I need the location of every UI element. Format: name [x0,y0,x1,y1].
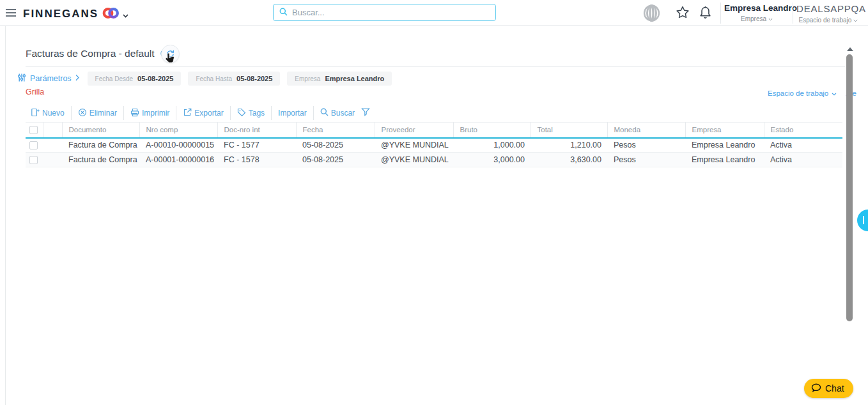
search-input[interactable] [292,8,477,17]
cell-total: 1,210.00 [531,138,607,153]
cell-fecha: 05-08-2025 [296,138,375,153]
cell-doc-nro-int: FC - 1577 [217,138,296,153]
divider [176,106,176,120]
chat-button[interactable]: Chat [804,379,853,398]
column-header-nro-comp[interactable]: Nro comp [139,123,217,138]
expander-cell [43,138,62,153]
scrollbar-thumb[interactable] [846,54,853,321]
column-header-estado[interactable]: Estado [764,123,842,138]
column-header-total[interactable]: Total [531,123,607,138]
column-header-proveedor[interactable]: Proveedor [375,123,453,138]
column-header-empresa[interactable]: Empresa [685,123,764,138]
param-label: Fecha Desde [95,75,133,82]
param-value: 05-08-2025 [236,75,272,82]
workspace-role-label: Espacio de trabajo [799,17,852,24]
column-header-doc-nro-int[interactable]: Doc-nro int [217,123,296,138]
exportar-button[interactable]: Exportar [183,108,223,119]
imprimir-button[interactable]: Imprimir [130,108,169,119]
param-value: Empresa Leandro [325,75,384,82]
brand-menu[interactable]: FINNEGANS [23,5,128,22]
cell-empresa: Empresa Leandro [685,138,764,153]
divider [26,66,845,67]
column-header-moneda[interactable]: Moneda [607,123,685,138]
expander-column-header [43,123,62,138]
cell-documento: Factura de Compra [62,153,139,167]
column-header-bruto[interactable]: Bruto [453,123,531,138]
column-header-fecha[interactable]: Fecha [296,123,375,138]
cell-proveedor: @YVKE MUNDIAL [375,153,453,167]
chevron-down-icon [768,15,773,22]
chevron-down-icon [123,9,128,20]
cell-estado: Activa [764,138,842,153]
printer-icon [130,108,139,119]
workspace-selector[interactable]: DEALSAPPQA Espacio de trabajo [796,3,860,24]
panel-edge-divider [5,26,6,405]
infinity-logo-icon [102,6,120,22]
cell-moneda: Pesos [607,153,685,167]
cell-empresa: Empresa Leandro [685,153,764,167]
sliders-icon [18,73,26,84]
scrollbar-up-arrow[interactable] [847,47,853,51]
globe-icon[interactable] [642,4,661,24]
row-checkbox[interactable] [29,156,38,164]
favorites-star-icon[interactable] [676,6,690,22]
notifications-bell-icon[interactable] [699,6,711,22]
hamburger-menu-icon[interactable] [6,9,16,17]
page-title: Facturas de Compra - default [26,48,155,59]
view-label-grilla: Grilla [26,88,44,96]
company-name: Empresa Leandro [724,3,789,13]
param-value: 05-08-2025 [137,75,173,82]
table-header-row: Documento Nro comp Doc-nro int Fecha Pro… [26,123,842,138]
cell-doc-nro-int: FC - 1578 [217,153,296,167]
column-header-documento[interactable]: Documento [62,123,139,138]
nuevo-button[interactable]: Nuevo [31,108,65,119]
delete-circle-x-icon [78,108,87,119]
row-select-cell [26,153,43,167]
table-row[interactable]: Factura de Compra A-00010-00000015 FC - … [26,138,842,153]
row-checkbox[interactable] [29,141,38,149]
select-all-checkbox[interactable] [29,126,38,134]
row-select-cell [26,138,43,153]
cell-proveedor: @YVKE MUNDIAL [375,138,453,153]
button-label: Exportar [194,109,223,118]
company-role-label: Empresa [741,15,766,22]
parameters-link[interactable]: Parámetros [18,73,79,84]
chat-label: Chat [825,383,844,394]
param-chip-empresa[interactable]: Empresa Empresa Leandro [287,72,392,86]
company-selector[interactable]: Empresa Leandro Empresa [724,3,789,22]
workspace-name: DEALSAPPQA [796,3,860,14]
refresh-button[interactable] [161,45,180,63]
divider [793,3,793,24]
eliminar-button[interactable]: Eliminar [78,108,117,119]
cell-nro-comp: A-00010-00000015 [139,138,217,153]
cell-total: 3,630.00 [531,153,607,167]
side-panel-handle[interactable] [857,210,868,231]
chevron-down-icon [853,17,858,24]
cell-fecha: 05-08-2025 [296,153,375,167]
filter-funnel-icon[interactable] [361,107,370,119]
expander-cell [43,153,62,167]
button-label: Eliminar [89,109,117,118]
workspace-view-link[interactable]: Espacio de trabajo [768,89,837,97]
app-window: FINNEGANS [0,0,868,405]
chat-bubble-icon [811,383,821,394]
importar-button[interactable]: Importar [278,109,307,118]
workspace-view-label: Espacio de trabajo [768,89,828,97]
button-label: Imprimir [142,109,169,118]
invoices-table: Documento Nro comp Doc-nro int Fecha Pro… [26,122,842,167]
cell-estado: Activa [764,153,842,167]
param-chip-fecha-hasta[interactable]: Fecha Hasta 05-08-2025 [188,72,280,86]
buscar-button[interactable]: Buscar [320,108,355,118]
table-row[interactable]: Factura de Compra A-00001-00000016 FC - … [26,153,842,167]
divider [123,106,124,120]
chevron-down-icon [832,89,837,97]
cell-moneda: Pesos [607,138,685,153]
chevron-right-icon [75,74,79,83]
divider [230,106,231,120]
button-label: Nuevo [42,109,65,118]
tags-button[interactable]: Tags [237,108,265,119]
param-chip-fecha-desde[interactable]: Fecha Desde 05-08-2025 [88,72,182,86]
cell-nro-comp: A-00001-00000016 [139,153,217,167]
tag-icon [237,108,246,119]
search-icon [279,7,288,19]
